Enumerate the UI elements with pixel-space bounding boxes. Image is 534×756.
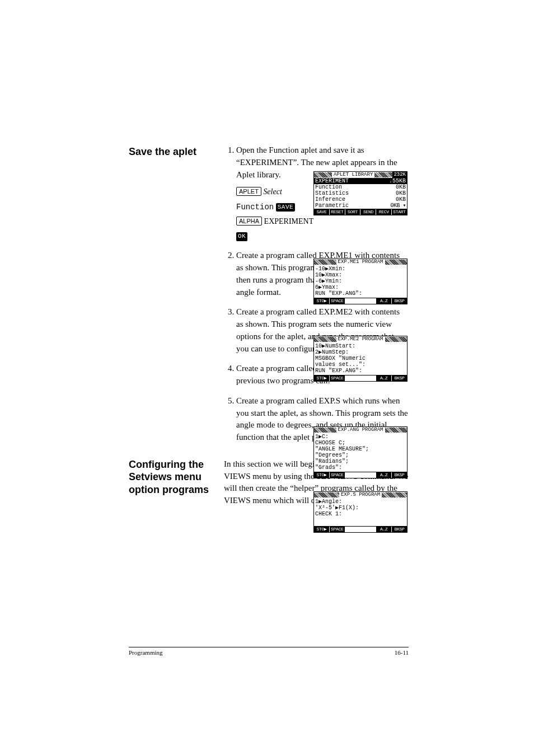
shot-lib-hl-name: EXPERIMENT: [315, 178, 349, 184]
softkey[interactable]: SEND: [360, 209, 376, 215]
lib-row-size: 0KB ▾: [390, 203, 406, 209]
screenshot-exp-me2: EXP.ME2 PROGRAM 10▶NumStart: 2▶NumStep: …: [313, 336, 407, 382]
softkey[interactable]: STO▶: [314, 298, 330, 304]
softkey[interactable]: BKSP: [392, 527, 407, 532]
lib-row-size: 0KB: [396, 184, 406, 190]
lib-row-name: Parametric: [315, 203, 349, 209]
shot-lib-title: APLET LIBRARY: [332, 172, 374, 178]
softkey-blank: [360, 527, 376, 532]
section-heading-configuring: Configuring the Setviews menu option pro…: [129, 458, 213, 496]
softkey-ok[interactable]: OK: [236, 232, 247, 241]
softkey-blank: [345, 298, 361, 304]
softkey[interactable]: SPACE: [330, 527, 345, 532]
screenshot-exp-me1: EXP.ME1 PROGRAM -10▶Xmin: 10▶Xmax: -6▶Ym…: [313, 259, 407, 304]
shot-me2-title: EXP.ME2 PROGRAM: [336, 336, 385, 342]
softkey-save[interactable]: SAVE: [276, 203, 295, 212]
softkey[interactable]: SORT: [345, 209, 361, 215]
lib-row-size: 0KB: [396, 196, 406, 203]
shot-lib-mem: 232K: [392, 172, 407, 178]
shot-lib-rows: Function0KB Statistics0KB Inference0KB P…: [314, 184, 407, 209]
lib-row-name: Statistics: [315, 190, 349, 196]
shot-me2-menubar: STO▶ SPACE A…Z BKSP: [314, 375, 407, 381]
softkey[interactable]: SAVE: [314, 209, 330, 215]
shot-me1-title: EXP.ME1 PROGRAM: [336, 259, 385, 265]
shot-s-body: 1▶Angle: 'X²-5'▶F1(X): CHECK 1:: [314, 498, 407, 526]
key-function-word: Function: [236, 203, 274, 212]
shot-ang-menubar: STO▶ SPACE A…Z BKSP: [314, 472, 407, 478]
screenshot-aplet-library: APLET LIBRARY 232K EXPERIMENT .55KB Func…: [313, 171, 407, 215]
softkey[interactable]: RECV: [376, 209, 392, 215]
section-heading-save: Save the aplet: [129, 144, 213, 159]
softkey[interactable]: STO▶: [314, 527, 330, 532]
softkey-blank: [360, 375, 376, 381]
shot-me2-body: 10▶NumStart: 2▶NumStep: MSGBOX "Numeric …: [314, 342, 407, 375]
screenshot-exp-ang: EXP.ANG PROGRAM 1▶C: CHOOSE C; "ANGLE ME…: [313, 426, 407, 478]
key-select-label: Select: [263, 187, 282, 196]
shot-lib-menubar: SAVE RESET SORT SEND RECV START: [314, 209, 407, 215]
softkey[interactable]: BKSP: [392, 375, 407, 381]
lib-row-size: 0KB: [396, 190, 406, 196]
softkey[interactable]: RESET: [330, 209, 345, 215]
softkey-blank: [345, 375, 361, 381]
softkey[interactable]: A…Z: [376, 375, 392, 381]
shot-lib-hl-size: .55KB: [389, 178, 406, 184]
page-footer: Programming 16-11: [129, 647, 409, 658]
softkey[interactable]: SPACE: [330, 298, 345, 304]
shot-ang-title: EXP.ANG PROGRAM: [336, 427, 385, 433]
softkey[interactable]: STO▶: [314, 375, 330, 381]
softkey[interactable]: SPACE: [330, 375, 345, 381]
lib-row-name: Inference: [315, 196, 345, 203]
softkey[interactable]: START: [392, 209, 407, 215]
softkey[interactable]: A…Z: [376, 298, 392, 304]
softkey-blank: [345, 527, 361, 532]
softkey-blank: [360, 472, 376, 478]
key-aplet[interactable]: APLET: [236, 187, 261, 196]
softkey[interactable]: A…Z: [376, 527, 392, 532]
lib-row-name: Function: [315, 184, 342, 190]
softkey[interactable]: SPACE: [330, 472, 345, 478]
shot-s-title: EXP.S PROGRAM: [339, 492, 382, 498]
softkey-blank: [345, 472, 361, 478]
footer-left: Programming: [129, 649, 163, 658]
shot-s-menubar: STO▶ SPACE A…Z BKSP: [314, 526, 407, 532]
softkey[interactable]: A…Z: [376, 472, 392, 478]
key-alpha[interactable]: ALPHA: [236, 217, 262, 226]
screenshot-exp-s: EXP.S PROGRAM 1▶Angle: 'X²-5'▶F1(X): CHE…: [313, 491, 407, 533]
shot-me1-body: -10▶Xmin: 10▶Xmax: -6▶Ymin: 6▶Ymax: RUN …: [314, 265, 407, 298]
softkey[interactable]: BKSP: [392, 298, 407, 304]
softkey[interactable]: STO▶: [314, 472, 330, 478]
typed-experiment: EXPERIMENT: [264, 217, 314, 226]
shot-ang-body: 1▶C: CHOOSE C; "ANGLE MEASURE"; "Degrees…: [314, 433, 407, 472]
softkey-blank: [360, 298, 376, 304]
footer-right: 16-11: [395, 649, 409, 658]
shot-me1-menubar: STO▶ SPACE A…Z BKSP: [314, 298, 407, 304]
softkey[interactable]: BKSP: [392, 472, 407, 478]
